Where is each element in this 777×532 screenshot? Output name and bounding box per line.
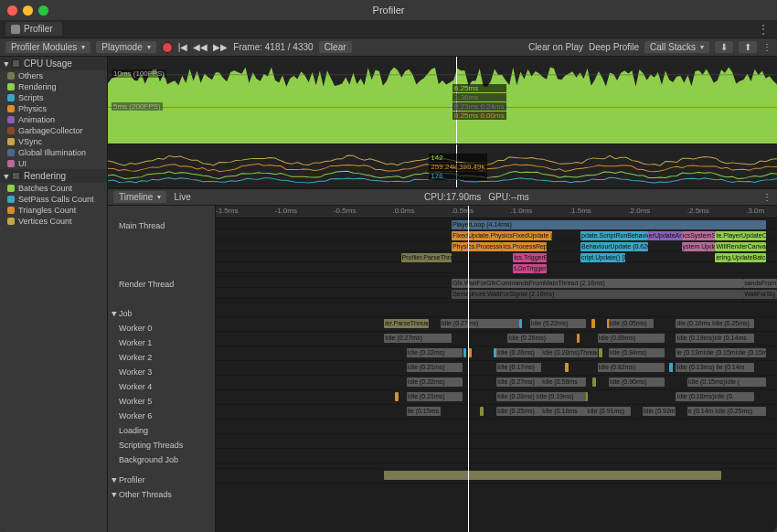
thread-scripting[interactable]: Scripting Threads xyxy=(108,438,215,452)
prev-frame-button[interactable]: |◀ xyxy=(178,42,188,52)
timeline-segment[interactable]: Gfx.WaitForGfxCommandsFromMainThread (2.… xyxy=(452,279,743,288)
timeline-segment[interactable]: ics.TriggerEnterExits (0.38 xyxy=(513,253,547,262)
legend-item[interactable]: Scripts xyxy=(0,92,107,103)
deep-profile-toggle[interactable]: Deep Profile xyxy=(589,42,639,52)
view-dropdown[interactable]: Timeline xyxy=(113,191,166,203)
step-back-button[interactable]: ◀◀ xyxy=(193,42,208,52)
timeline-canvas[interactable]: -1.5ms-1.0ms-0.5ms.0.0ms.0.5ms.1.0ms.1.5… xyxy=(216,206,777,532)
thread-worker[interactable]: Worker 1 xyxy=(108,335,215,350)
cpu-module-header[interactable]: CPU Usage xyxy=(0,57,107,70)
timeline-segment[interactable]: Idle (0.22ms) xyxy=(407,378,463,387)
legend-item[interactable]: UI xyxy=(0,158,107,169)
legend-item[interactable]: Animation xyxy=(0,114,107,125)
timeline-segment[interactable]: Idle (0.05ms) xyxy=(609,319,654,328)
timeline-segment[interactable]: Idle (0.16ms xyxy=(541,407,586,416)
render-chart[interactable]: 142259.24k 399.49k176 xyxy=(108,144,777,188)
playmode-dropdown[interactable]: Playmode xyxy=(96,41,155,53)
legend-item[interactable]: Batches Count xyxy=(0,183,107,194)
timeline-segment[interactable]: cript.Update() [Invoke] (0. xyxy=(580,253,625,262)
profiler-modules-dropdown[interactable]: Profiler Modules xyxy=(5,41,90,53)
maximize-icon[interactable] xyxy=(38,5,48,16)
timeline-segment[interactable]: Idle (0.28ms) Idle (0.19ms) xyxy=(496,392,586,401)
timeline-segment[interactable]: ering.UpdateBatche xyxy=(715,253,765,262)
timeline-segment[interactable]: le (0.13mIdle (0.15mIdle (0.15m xyxy=(676,348,765,357)
thread-worker[interactable]: Worker 0 xyxy=(108,321,215,335)
thread-render[interactable]: Render Thread xyxy=(108,277,215,292)
timeline-segment[interactable]: Idle (0.90ms) xyxy=(609,378,665,387)
timeline-segment[interactable]: Idle (0.27ms) xyxy=(441,319,519,328)
timeline-playhead[interactable] xyxy=(468,206,469,532)
timeline-segment[interactable]: sandsFromM xyxy=(743,279,777,288)
timeline-segment[interactable]: Physics.Processing (0.40ms) xyxy=(452,242,502,251)
thread-main[interactable]: Main Thread xyxy=(108,218,215,233)
clear-button[interactable]: Clear xyxy=(319,41,352,53)
other-threads-group[interactable]: Other Threads xyxy=(108,487,215,502)
timeline-segment[interactable]: Profiler.ParseThreadData (0.59ms) xyxy=(401,253,452,262)
minimize-icon[interactable] xyxy=(23,5,33,16)
thread-worker[interactable]: Worker 4 xyxy=(108,379,215,394)
thread-loading[interactable]: Loading xyxy=(108,423,215,438)
close-icon[interactable] xyxy=(7,5,17,16)
load-icon[interactable]: ⬆ xyxy=(739,41,757,53)
legend-item[interactable]: Triangles Count xyxy=(0,205,107,216)
timeline-segment[interactable]: te.PlayerUpdateCanv xyxy=(715,231,765,240)
thread-worker[interactable]: Worker 2 xyxy=(108,350,215,365)
timeline-segment[interactable]: dle (0.16ms Idle (0.25ms) xyxy=(676,319,754,328)
legend-item[interactable]: SetPass Calls Count xyxy=(0,194,107,205)
legend-item[interactable]: Vertices Count xyxy=(0,216,107,227)
timeline-segment[interactable]: Idle (0.82ms) xyxy=(598,363,665,372)
timeline-segment[interactable]: Idle (0.58ms xyxy=(541,378,586,387)
timeline-segment[interactable]: ler.ParseThreadData (0.39 xyxy=(384,319,429,328)
call-stacks-dropdown[interactable]: Call Stacks xyxy=(644,41,709,53)
timeline-segment[interactable]: t.OnTriggerEnter() (0ms xyxy=(513,264,547,273)
timeline-segment[interactable]: erUpdateAn xyxy=(648,231,682,240)
legend-item[interactable]: Others xyxy=(0,70,107,81)
step-forward-button[interactable]: ▶▶ xyxy=(213,42,228,52)
profiler-group[interactable]: Profiler xyxy=(108,473,215,487)
timeline-segment[interactable]: Idle (0.27ms) xyxy=(496,378,541,387)
timeline-segment[interactable]: Idle (0.19ms)Idr (0.14ms xyxy=(676,334,754,343)
legend-item[interactable]: VSync xyxy=(0,136,107,147)
timeline-segment[interactable]: ystem.Update xyxy=(682,242,716,251)
timeline-segment[interactable]: Idle (0.84ms) xyxy=(609,348,665,357)
job-group[interactable]: Job xyxy=(108,306,215,321)
timeline-segment[interactable]: Idle (0.22ms) xyxy=(530,319,586,328)
timeline-segment[interactable]: Idle (0.89ms) xyxy=(598,334,665,343)
timeline-segment[interactable]: Idle (0.91ms) xyxy=(586,407,631,416)
timeline-segment[interactable]: PlayerLoop (4.14ms) xyxy=(452,220,766,229)
legend-item[interactable]: Global Illumination xyxy=(0,147,107,158)
save-icon[interactable]: ⬇ xyxy=(715,41,733,53)
timeline-segment[interactable]: Idle (0.27ms) xyxy=(384,334,452,343)
timeline-segment[interactable]: Idle (0.21ms) xyxy=(407,363,463,372)
live-toggle[interactable]: Live xyxy=(174,192,190,202)
timeline-segment[interactable]: BehaviourUpdate (0.62ms) xyxy=(580,242,648,251)
timeline-segment[interactable]: Idle (0.17ms) xyxy=(496,363,541,372)
timeline-segment[interactable]: WaitForSig xyxy=(743,290,777,299)
timeline-segment[interactable]: Idle (0.26ms) xyxy=(507,334,563,343)
timeline-segment[interactable]: Idle (0.22ms) xyxy=(407,348,463,357)
timeline-segment[interactable]: Idle (0.25ms) xyxy=(496,407,541,416)
clear-on-play-toggle[interactable]: Clear on Play xyxy=(528,42,583,52)
toolbar-menu-icon[interactable]: ⋮ xyxy=(762,42,772,52)
timeline-segment[interactable]: Idle (0.20ms)Threadt xyxy=(541,348,597,357)
timeline-segment[interactable]: pdate.ScriptRunBehaviourUpdate (0.62ms) xyxy=(580,231,648,240)
legend-item[interactable]: Rendering xyxy=(0,81,107,92)
timeline-segment[interactable]: Idle (0.26ms) xyxy=(496,348,541,357)
thread-background[interactable]: Background Job xyxy=(108,452,215,467)
timeline-segment[interactable]: Idle (0.21ms) xyxy=(407,392,463,401)
timeline-segment[interactable]: e (0.14m Idle (0.25ms) xyxy=(687,407,766,416)
timeline-segment[interactable]: Idle (0.18ms)Idle (0. xyxy=(676,392,754,401)
timeline-segment[interactable]: WillRenderCanvases xyxy=(715,242,765,251)
timeline-segment[interactable]: icsSystemSingl xyxy=(682,231,716,240)
timeline-segment[interactable]: ics.ProcessReports (0.49 xyxy=(502,242,547,251)
timeline-segment[interactable]: Idle (0.92ms) xyxy=(643,407,676,416)
timeline-segment[interactable]: lle (0.15ms xyxy=(407,407,441,416)
tab-menu-icon[interactable]: ⋮ xyxy=(757,22,770,37)
tab-profiler[interactable]: Profiler xyxy=(5,22,62,36)
thread-worker[interactable]: Worker 5 xyxy=(108,394,215,409)
cpu-chart[interactable]: 10ms (100FPS) 5ms (200FPS) 6.25ms1.36ms0… xyxy=(108,57,777,144)
timeline-segment[interactable]: FixedUpdate.PhysicsFixedUpdate (1.23ms) xyxy=(452,231,553,240)
thread-worker[interactable]: Worker 3 xyxy=(108,365,215,379)
legend-item[interactable]: GarbageCollector xyxy=(0,125,107,136)
legend-item[interactable]: Physics xyxy=(0,103,107,114)
